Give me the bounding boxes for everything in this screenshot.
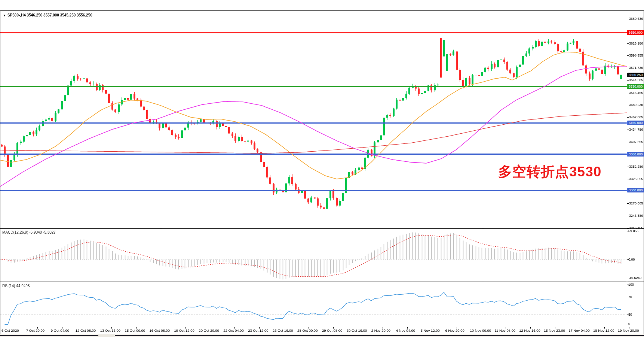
chart-canvas[interactable] [0, 0, 644, 337]
trading-platform-window: { "toolbar": { "icons": [ {"name": "char… [0, 0, 644, 337]
clipped-bottom-strip [0, 334, 644, 337]
window-edge-fragment [0, 335, 98, 336]
window-edge-fragment [115, 335, 644, 336]
chart-window[interactable] [0, 10, 644, 335]
